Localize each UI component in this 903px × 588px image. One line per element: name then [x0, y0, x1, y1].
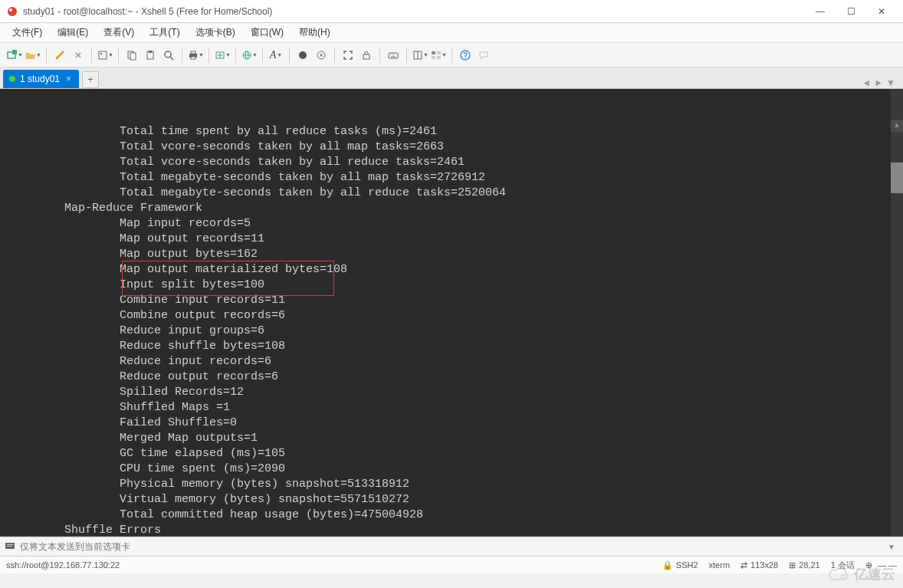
toolbar-separator: [379, 48, 380, 63]
help-button[interactable]: ?: [457, 47, 474, 64]
send-dropdown-icon[interactable]: ▼: [885, 543, 898, 551]
highlight-annotation: [122, 261, 334, 296]
status-dot-icon: [9, 76, 15, 82]
svg-rect-21: [363, 54, 369, 59]
toolbar-separator: [118, 48, 119, 63]
xftp-button[interactable]: ▼: [214, 47, 231, 64]
scroll-up-icon[interactable]: ▲: [891, 120, 903, 132]
title-bar: study01 - root@localhost:~ - Xshell 5 (F…: [0, 0, 903, 23]
svg-point-10: [165, 51, 171, 57]
tab-bar: 1 study01 × + ◄ ► ▼: [0, 67, 903, 89]
menu-file[interactable]: 文件(F): [6, 24, 48, 41]
lock-icon: 🔒: [662, 560, 673, 570]
encoding-button[interactable]: [313, 47, 330, 64]
lock-button[interactable]: [358, 47, 375, 64]
send-bar: ▼: [0, 537, 903, 557]
svg-rect-9: [149, 51, 152, 53]
svg-rect-30: [437, 51, 441, 54]
menu-edit[interactable]: 编辑(E): [51, 24, 94, 41]
svg-point-19: [299, 51, 307, 59]
send-input[interactable]: [20, 541, 880, 552]
menu-view[interactable]: 查看(V): [97, 24, 140, 41]
disconnect-button[interactable]: [70, 47, 87, 64]
close-button[interactable]: ✕: [866, 1, 897, 22]
tab-close-button[interactable]: ×: [64, 74, 73, 84]
toolbar-separator: [406, 48, 407, 63]
print-button[interactable]: ▼: [187, 47, 204, 64]
svg-line-11: [170, 57, 173, 60]
svg-rect-14: [191, 57, 195, 59]
svg-point-0: [8, 7, 17, 16]
svg-rect-36: [7, 544, 13, 545]
status-cursor: ⊞28,21: [789, 560, 820, 570]
reconnect-button[interactable]: [51, 47, 68, 64]
find-button[interactable]: [160, 47, 177, 64]
status-sessions: 1 会话: [831, 560, 855, 571]
keyboard-button[interactable]: [385, 47, 402, 64]
scroll-thumb[interactable]: [891, 163, 903, 193]
new-session-button[interactable]: ▼: [6, 47, 23, 64]
paste-button[interactable]: [142, 47, 159, 64]
open-button[interactable]: ▼: [25, 47, 41, 64]
tab-label: 1 study01: [20, 74, 60, 84]
chat-button[interactable]: [475, 47, 492, 64]
status-termtype: xterm: [709, 560, 731, 570]
status-bar: ssh://root@192.168.77.130:22 🔒SSH2 xterm…: [0, 557, 903, 573]
svg-rect-7: [130, 53, 136, 60]
plus-icon: ⊕: [865, 560, 872, 570]
tab-nav-right-icon[interactable]: ►: [874, 77, 883, 88]
menu-help[interactable]: 帮助(H): [293, 24, 337, 41]
minimize-button[interactable]: —: [805, 1, 836, 22]
send-icon: [5, 540, 15, 554]
ruler-icon: ⊞: [789, 560, 796, 570]
svg-rect-3: [12, 50, 17, 54]
tab-nav-menu-icon[interactable]: ▼: [886, 77, 895, 88]
tab-nav-left-icon[interactable]: ◄: [862, 77, 871, 88]
terminal-pane[interactable]: Total time spent by all reduce tasks (ms…: [0, 89, 903, 537]
toolbar-separator: [289, 48, 290, 63]
svg-text:?: ?: [463, 51, 468, 60]
session-tab-1[interactable]: 1 study01 ×: [3, 70, 79, 88]
svg-rect-5: [100, 53, 102, 54]
svg-rect-32: [437, 56, 441, 59]
toolbar-separator: [91, 48, 92, 63]
font-button[interactable]: A▼: [268, 47, 284, 64]
status-size: ⇄113x28: [740, 560, 778, 570]
dim-icon: ⇄: [740, 560, 747, 570]
toolbar-separator: [182, 48, 182, 63]
color-scheme-button[interactable]: [294, 47, 311, 64]
svg-rect-13: [191, 51, 195, 54]
menu-tools[interactable]: 工具(T): [143, 24, 186, 41]
arrange-button[interactable]: ▼: [430, 47, 447, 64]
tab-add-button[interactable]: +: [82, 71, 99, 88]
maximize-button[interactable]: ☐: [836, 1, 866, 22]
toolbar: ▼ ▼ ▼ ▼ ▼ ▼ A▼ ▼ ▼ ?: [0, 43, 903, 67]
window-title: study01 - root@localhost:~ - Xshell 5 (F…: [23, 6, 805, 17]
svg-point-1: [9, 8, 12, 11]
svg-rect-29: [432, 51, 435, 54]
toolbar-separator: [46, 48, 47, 63]
terminal-scrollbar[interactable]: ▲: [891, 89, 903, 536]
svg-point-38: [842, 575, 846, 579]
toolbar-separator: [235, 48, 236, 63]
svg-rect-37: [7, 546, 11, 547]
status-connection: ssh://root@192.168.77.130:22: [6, 560, 120, 570]
app-icon: [6, 5, 18, 18]
layout-button[interactable]: ▼: [412, 47, 429, 64]
toolbar-separator: [209, 48, 209, 63]
menu-window[interactable]: 窗口(W): [245, 24, 290, 41]
menu-bar: 文件(F) 编辑(E) 查看(V) 工具(T) 选项卡(B) 窗口(W) 帮助(…: [0, 23, 903, 43]
properties-button[interactable]: ▼: [97, 47, 113, 64]
menu-tabs[interactable]: 选项卡(B): [189, 24, 241, 41]
svg-rect-22: [389, 53, 398, 58]
fullscreen-button[interactable]: [340, 47, 356, 64]
svg-rect-4: [99, 51, 107, 59]
terminal-output: Total time spent by all reduce tasks (ms…: [9, 124, 894, 537]
toolbar-separator: [452, 48, 452, 63]
copy-button[interactable]: [123, 47, 140, 64]
toolbar-separator: [262, 48, 263, 63]
status-protocol: 🔒SSH2: [662, 560, 698, 570]
svg-rect-31: [432, 56, 435, 59]
web-button[interactable]: ▼: [241, 47, 258, 64]
toolbar-separator: [334, 48, 335, 63]
